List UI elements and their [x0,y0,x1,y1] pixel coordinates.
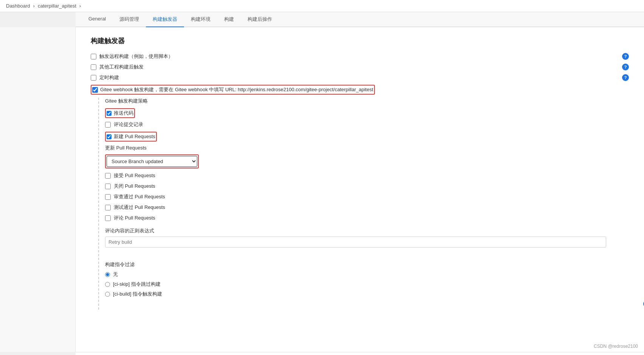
comment-commit-row: 评论提交记录 [105,121,629,128]
filter-radio-row-f1: 无 [105,271,629,278]
push-code-checkbox[interactable] [107,111,111,116]
tab-源码管理[interactable]: 源码管理 [113,12,146,27]
page-title: 构建触发器 [91,36,629,45]
new-pr-label: 新建 Pull Requests [114,133,155,140]
help-icon-cb1[interactable]: ? [622,53,629,60]
pr-label-p2: 关闭 Pull Requests [114,183,155,190]
checkbox-row-cb1: 触发远程构建（例如，使用脚本）? [91,53,629,60]
breadcrumb-project[interactable]: caterpillar_apitest [38,3,76,9]
gitee-strategy-section: Gitee 触发构建策略 推送代码 评论提交记录 新建 Pull Request… [98,98,629,310]
filter-radio-f2[interactable] [105,282,110,287]
sidebar [0,27,76,352]
filter-radio-row-f3: [ci-build] 指令触发构建 [105,291,629,297]
regex-label: 评论内容的正则表达式 [105,227,629,234]
pr-checkbox-row-p3: 审查通过 Pull Requests [105,193,629,200]
filter-label-f3: [ci-build] 指令触发构建 [113,291,162,297]
push-code-label: 推送代码 [114,110,133,117]
regex-input[interactable] [105,237,606,248]
top-bar: Dashboard › caterpillar_apitest › [0,0,644,12]
tab-构建后操作[interactable]: 构建后操作 [241,12,279,27]
checkbox-cb2[interactable] [91,64,96,70]
help-icon-cb3[interactable]: ? [622,74,629,81]
label-cb2: 其他工程构建后触发 [99,64,144,70]
filter-label: 构建指令过滤 [105,261,629,268]
pr-checkbox-row-p1: 接受 Pull Requests [105,172,629,179]
label-cb3: 定时构建 [99,74,119,81]
pr-checkbox-p1[interactable] [105,173,111,179]
checkbox-cb1[interactable] [91,54,96,59]
filter-radio-f3[interactable] [105,292,110,297]
filter-radio-row-f2: [ci-skip] 指令跳过构建 [105,281,629,288]
pr-label-p4: 测试通过 Pull Requests [114,204,165,211]
filter-label-f2: [ci-skip] 指令跳过构建 [113,281,161,288]
checkbox-row-cb2: 其他工程构建后触发? [91,64,629,70]
pr-checkbox-p5[interactable] [105,215,111,221]
gitee-webhook-checkbox[interactable] [92,87,98,93]
bottom-bar: 保存 应用 [76,352,644,355]
gitee-webhook-row: Gitee webhook 触发构建，需要在 Gitee webhook 中填写… [91,85,629,95]
gitee-webhook-label: Gitee webhook 触发构建，需要在 Gitee webhook 中填写… [100,86,373,93]
pr-label-p5: 评论 Pull Requests [114,215,155,221]
strategy-label: Gitee 触发构建策略 [105,98,629,104]
top-checkboxes-section: 触发远程构建（例如，使用脚本）?其他工程构建后触发?定时构建? [91,53,629,81]
new-pr-checkbox[interactable] [107,134,111,139]
push-code-row: 推送代码 [105,108,629,118]
tab-构建触发器[interactable]: 构建触发器 [146,12,184,27]
pr-checkbox-row-p2: 关闭 Pull Requests [105,183,629,190]
new-pr-row: 新建 Pull Requests [105,132,629,142]
update-pr-select[interactable]: Source Branch updatedDest Branch updated… [107,156,197,167]
breadcrumb-sep2: › [79,3,81,9]
breadcrumb-sep1: › [33,3,35,9]
update-pr-dropdown-row: Source Branch updatedDest Branch updated… [105,154,629,168]
tab-构建环境[interactable]: 构建环境 [184,12,217,27]
filter-label-f1: 无 [113,271,118,278]
checkbox-cb3[interactable] [91,75,96,81]
pr-checkbox-p4[interactable] [105,205,111,210]
main-content: 构建触发器 触发远程构建（例如，使用脚本）?其他工程构建后触发?定时构建? Gi… [76,27,644,352]
extra-help-row: ? [105,301,629,310]
pr-checkbox-row-p5: 评论 Pull Requests [105,215,629,221]
pr-label-p1: 接受 Pull Requests [114,172,155,179]
tab-构建[interactable]: 构建 [217,12,241,27]
checkbox-row-cb3: 定时构建? [91,74,629,81]
comment-commit-label: 评论提交记录 [114,121,143,128]
help-icon-cb2[interactable]: ? [622,64,629,70]
tab-General[interactable]: General [82,12,113,27]
pr-label-p3: 审查通过 Pull Requests [114,193,165,200]
comment-commit-checkbox[interactable] [105,122,111,128]
other-pr-section: 接受 Pull Requests关闭 Pull Requests审查通过 Pul… [105,172,629,221]
breadcrumb-dashboard[interactable]: Dashboard [6,3,30,9]
watermark: CSDN @redrose2100 [594,344,638,349]
pr-checkbox-row-p4: 测试通过 Pull Requests [105,204,629,211]
label-cb1: 触发远程构建（例如，使用脚本） [99,53,173,60]
pr-checkbox-p3[interactable] [105,194,111,200]
filter-options-section: 无[ci-skip] 指令跳过构建[ci-build] 指令触发构建 [105,271,629,297]
filter-radio-f1[interactable] [105,272,110,277]
tab-bar: General源码管理构建触发器构建环境构建构建后操作 [76,12,644,27]
pr-checkbox-p2[interactable] [105,184,111,189]
update-pr-label: 更新 Pull Requests [105,145,629,151]
